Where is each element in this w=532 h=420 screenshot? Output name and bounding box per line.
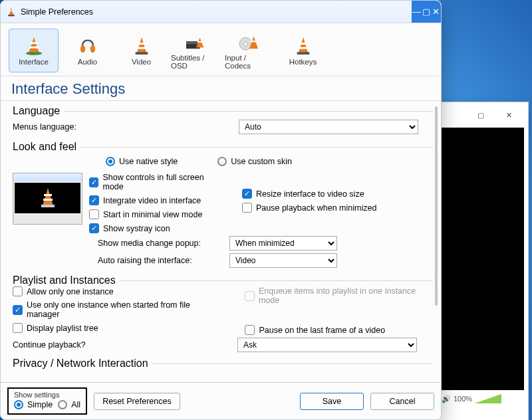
radio-custom-skin[interactable]: Use custom skin: [217, 157, 292, 166]
tab-interface[interactable]: Interface: [9, 29, 59, 72]
tab-label: Hotkeys: [289, 58, 317, 66]
titlebar: Simple Preferences — ▢ ✕: [1, 1, 441, 23]
close-button[interactable]: ✕: [431, 7, 441, 17]
group-language: Language: [13, 105, 60, 117]
tab-subtitles[interactable]: Subtitles / OSD: [170, 29, 220, 72]
preferences-window: Simple Preferences — ▢ ✕ Interface Audio…: [0, 0, 442, 420]
svg-marker-21: [298, 37, 308, 53]
tab-audio[interactable]: Audio: [63, 29, 112, 72]
check-label: Use only one instance when started from …: [27, 300, 225, 319]
tab-label: Subtitles / OSD: [171, 54, 219, 70]
headphones-icon: [76, 35, 99, 56]
svg-rect-28: [41, 205, 55, 207]
volume-percent: 100%: [454, 395, 472, 403]
svg-rect-10: [138, 43, 145, 45]
tab-hotkeys[interactable]: Hotkeys: [278, 29, 328, 72]
check-label: Display playlist tree: [27, 324, 98, 333]
svg-rect-26: [44, 194, 52, 196]
footer: Show settings Simple All Reset Preferenc…: [1, 382, 441, 419]
player-controls: 🔊 100%: [436, 390, 528, 407]
settings-body: Language Menus language: Auto Look and f…: [1, 101, 441, 382]
svg-rect-12: [135, 52, 148, 54]
tab-label: Audio: [78, 58, 97, 66]
continue-playback-label: Continue playback?: [13, 340, 237, 350]
check-show-controls[interactable]: Show controls in full screen mode: [89, 173, 222, 191]
page-heading: Interface Settings: [1, 76, 441, 101]
tab-strip: Interface Audio Video Subtitles / OSD In…: [1, 23, 441, 76]
menus-language-select[interactable]: Auto: [239, 120, 418, 134]
check-label: Pause on the last frame of a video: [259, 326, 385, 335]
media-change-select[interactable]: When minimized: [229, 236, 337, 251]
clapper-cone-icon: [184, 31, 207, 52]
check-pause-last-frame[interactable]: Pause on the last frame of a video: [245, 325, 433, 335]
radio-simple[interactable]: Simple: [14, 400, 53, 409]
check-label: Resize interface to video size: [256, 189, 364, 199]
show-settings-box: Show settings Simple All: [7, 387, 87, 415]
player-maximize-button[interactable]: ▢: [467, 106, 495, 124]
maximize-button[interactable]: ▢: [422, 7, 432, 17]
cone-icon: [292, 35, 315, 56]
player-close-button[interactable]: ✕: [495, 106, 523, 124]
cone-icon: [130, 35, 153, 56]
group-look: Look and feel: [13, 141, 76, 153]
svg-marker-9: [136, 37, 146, 53]
tab-input-codecs[interactable]: Input / Codecs: [224, 29, 274, 72]
group-privacy: Privacy / Network Interaction: [13, 358, 148, 369]
check-one-instance[interactable]: Allow only one instance: [13, 286, 225, 296]
scrollbar[interactable]: [433, 106, 440, 382]
video-area: [440, 128, 524, 390]
svg-rect-5: [30, 42, 37, 44]
radio-label: Simple: [27, 400, 53, 409]
speaker-icon[interactable]: 🔊: [442, 395, 451, 403]
volume-slider[interactable]: [475, 394, 501, 403]
svg-rect-24: [297, 52, 309, 54]
tab-label: Input / Codecs: [225, 54, 273, 70]
reset-preferences-button[interactable]: Reset Preferences: [94, 393, 180, 410]
radio-native-style[interactable]: Use native style: [106, 157, 178, 166]
check-one-from-fm[interactable]: Use only one instance when started from …: [13, 300, 225, 319]
minimize-button[interactable]: —: [412, 7, 422, 17]
svg-rect-20: [250, 41, 256, 42]
cone-icon: [38, 187, 58, 209]
vlc-player-window: ▢ ✕ 🔊 100%: [436, 102, 529, 420]
window-title: Simple Preferences: [21, 7, 93, 17]
radio-label: Use native style: [119, 157, 178, 166]
svg-rect-11: [137, 47, 146, 49]
check-label: Start in minimal view mode: [103, 210, 202, 219]
check-start-minimal[interactable]: Start in minimal view mode: [89, 209, 222, 219]
auto-raise-select[interactable]: Video: [229, 253, 337, 268]
tab-label: Video: [132, 58, 151, 66]
svg-rect-6: [29, 47, 38, 49]
check-systray[interactable]: Show systray icon: [89, 223, 222, 233]
svg-point-7: [80, 45, 84, 52]
svg-rect-27: [43, 199, 53, 201]
check-integrate-video[interactable]: Integrate video in interface: [89, 195, 222, 205]
svg-rect-2: [10, 10, 13, 11]
check-label: Show systray icon: [103, 224, 170, 233]
disc-cone-icon: [238, 31, 261, 52]
check-enqueue: Enqueue items into playlist in one insta…: [245, 286, 433, 305]
svg-rect-22: [299, 43, 307, 45]
check-label: Allow only one instance: [27, 287, 114, 296]
check-pause-minimized[interactable]: Pause playback when minimized: [242, 203, 376, 213]
auto-raise-label: Auto raising the interface:: [98, 256, 224, 265]
continue-playback-select[interactable]: Ask: [237, 338, 417, 352]
tab-label: Interface: [19, 58, 49, 66]
tab-video[interactable]: Video: [116, 29, 166, 72]
svg-marker-4: [29, 37, 39, 52]
interface-preview: [13, 173, 82, 225]
svg-marker-0: [9, 7, 13, 15]
svg-rect-16: [197, 41, 201, 43]
save-button[interactable]: Save: [300, 393, 364, 410]
cancel-button[interactable]: Cancel: [370, 393, 434, 410]
check-resize-interface[interactable]: Resize interface to video size: [242, 189, 376, 199]
media-change-label: Show media change popup:: [98, 239, 224, 248]
check-label: Pause playback when minimized: [256, 203, 376, 213]
check-display-tree[interactable]: Display playlist tree: [13, 323, 225, 333]
group-playlist: Playlist and Instances: [13, 274, 116, 286]
svg-rect-23: [299, 47, 307, 49]
app-icon: [6, 7, 17, 17]
show-settings-label: Show settings: [14, 391, 80, 399]
radio-label: All: [71, 400, 80, 409]
radio-all[interactable]: All: [58, 400, 80, 409]
